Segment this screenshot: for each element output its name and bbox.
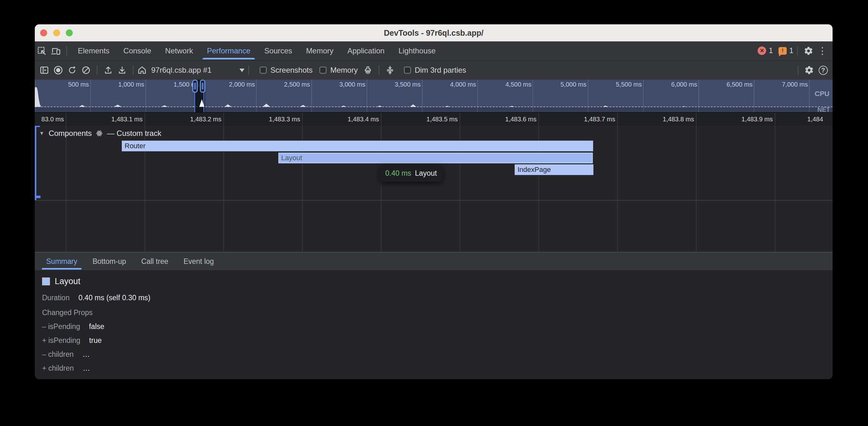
inspect-element-button[interactable] <box>35 42 49 60</box>
reload-icon <box>67 65 77 75</box>
toggle-sidebar-button[interactable] <box>37 61 51 79</box>
flame-bar-router[interactable]: Router <box>122 141 593 152</box>
dim-3rd-parties-checkbox[interactable]: Dim 3rd parties <box>404 66 466 74</box>
tooltip-name: Layout <box>415 169 437 177</box>
timeline-overview[interactable]: 500 ms 1,000 ms 1,500 ms 2,000 ms 2,500 … <box>35 79 833 112</box>
cpu-spike-in-selection <box>199 99 204 107</box>
garbage-broom-icon <box>363 65 373 75</box>
divider <box>66 46 67 56</box>
divider <box>97 65 97 75</box>
panel-toggle-icon <box>39 65 49 75</box>
clear-recording-button[interactable] <box>79 61 93 79</box>
tab-sources[interactable]: Sources <box>257 41 299 60</box>
error-count: 1 <box>769 46 773 55</box>
error-count-icon[interactable]: ✕ <box>757 46 766 55</box>
summary-row-label: Changed Props <box>42 308 93 317</box>
summary-row-value: false <box>89 322 104 331</box>
home-icon <box>137 65 147 75</box>
download-icon <box>117 65 127 75</box>
summary-row-value: … <box>83 364 90 372</box>
record-button[interactable] <box>51 61 65 79</box>
collect-garbage-button[interactable] <box>361 61 375 79</box>
track-divider <box>35 200 833 201</box>
summary-row: + children … <box>42 364 90 372</box>
divider <box>133 65 133 75</box>
summary-row: + isPending true <box>42 336 101 345</box>
tab-elements[interactable]: Elements <box>71 41 116 60</box>
inspect-icon <box>37 46 46 56</box>
tab-event-log[interactable]: Event log <box>176 253 221 270</box>
selection-left-handle[interactable] <box>192 79 198 93</box>
details-tabbar: Summary Bottom-up Call tree Event log <box>35 252 833 270</box>
flame-bar-layout[interactable]: Layout <box>278 153 593 163</box>
selection-right-handle[interactable] <box>200 79 205 93</box>
summary-panel: Layout Duration 0.40 ms (self 0.30 ms) C… <box>35 270 833 379</box>
ruler-tick: 1,483.9 ms <box>724 116 773 123</box>
flame-tooltip: 0.40 ms Layout <box>380 165 442 182</box>
performance-toolbar: 97r6ql.csb.app #1 Screenshots Memory <box>35 61 833 79</box>
ruler-tick: 83.0 ms <box>35 116 64 123</box>
cpu-label: CPU <box>815 90 829 98</box>
checkbox-icon <box>319 67 327 74</box>
block-icon <box>81 65 91 75</box>
track-header[interactable]: ▼ Components — Custom track <box>39 129 161 138</box>
capture-settings-button[interactable] <box>802 61 816 79</box>
tab-summary[interactable]: Summary <box>39 253 85 270</box>
summary-row-label: + isPending <box>42 336 80 345</box>
memory-checkbox[interactable]: Memory <box>319 66 358 74</box>
event-color-swatch <box>42 277 50 285</box>
tab-application[interactable]: Application <box>340 41 391 60</box>
issues-icon[interactable]: ! <box>778 47 787 55</box>
main-tabbar: Elements Console Network Performance Sou… <box>35 41 833 61</box>
collapse-track-caret-icon[interactable]: ▼ <box>39 131 44 136</box>
summary-row-value: true <box>89 336 102 345</box>
device-toolbar-button[interactable] <box>49 42 63 60</box>
devtools-settings-button[interactable] <box>802 42 815 60</box>
tab-network[interactable]: Network <box>158 41 200 60</box>
target-selector-value: 97r6ql.csb.app #1 <box>151 66 212 74</box>
flame-bar-indexpage[interactable]: IndexPage <box>515 164 593 175</box>
network-band <box>35 107 833 112</box>
timeline-ruler[interactable]: 83.0 ms 1,483.1 ms 1,483.2 ms 1,483.3 ms… <box>35 112 833 126</box>
collapse-icon <box>385 65 395 75</box>
device-toolbar-icon <box>51 46 60 56</box>
ruler-tick: 1,484 <box>807 116 833 123</box>
divider <box>797 46 798 56</box>
help-button[interactable]: ? <box>816 61 830 79</box>
summary-row: Duration 0.40 ms (self 0.30 ms) <box>42 294 150 302</box>
tab-bottom-up[interactable]: Bottom-up <box>85 253 133 270</box>
ruler-tick: 1,483.3 ms <box>251 116 300 123</box>
collapse-sections-button[interactable] <box>383 61 397 79</box>
record-and-reload-button[interactable] <box>65 61 79 79</box>
summary-row-label: + children <box>42 364 74 372</box>
summary-row-label: – children <box>42 350 74 359</box>
target-selector-dropdown[interactable]: 97r6ql.csb.app #1 <box>137 65 245 75</box>
chevron-down-icon <box>240 69 245 74</box>
status-badges: ✕ 1 ! 1 ⋮ <box>757 42 833 60</box>
more-options-button[interactable]: ⋮ <box>815 42 829 60</box>
record-icon <box>53 65 63 75</box>
flame-chart[interactable]: ▼ Components — Custom track Router Layou… <box>35 126 833 252</box>
tab-call-tree[interactable]: Call tree <box>134 253 176 270</box>
divider <box>248 65 249 75</box>
track-selection-border-notch <box>35 196 40 198</box>
screenshots-label: Screenshots <box>271 66 313 74</box>
help-icon: ? <box>819 66 828 75</box>
ruler-tick: 1,483.1 ms <box>94 116 143 123</box>
tab-performance[interactable]: Performance <box>200 41 257 60</box>
screenshots-checkbox[interactable]: Screenshots <box>260 66 313 74</box>
tab-lighthouse[interactable]: Lighthouse <box>392 41 442 60</box>
ruler-tick: 1,483.5 ms <box>409 116 458 123</box>
save-profile-button[interactable] <box>115 61 129 79</box>
checkbox-icon <box>404 67 411 74</box>
selection-left-line <box>194 91 195 112</box>
memory-label: Memory <box>330 66 358 74</box>
gear-icon <box>804 65 814 75</box>
divider <box>798 65 798 75</box>
track-selection-border <box>35 126 36 200</box>
summary-row: Changed Props <box>42 308 101 317</box>
ruler-tick: 1,483.2 ms <box>173 116 221 123</box>
tab-console[interactable]: Console <box>116 41 158 60</box>
load-profile-button[interactable] <box>101 61 115 79</box>
tab-memory[interactable]: Memory <box>299 41 341 60</box>
